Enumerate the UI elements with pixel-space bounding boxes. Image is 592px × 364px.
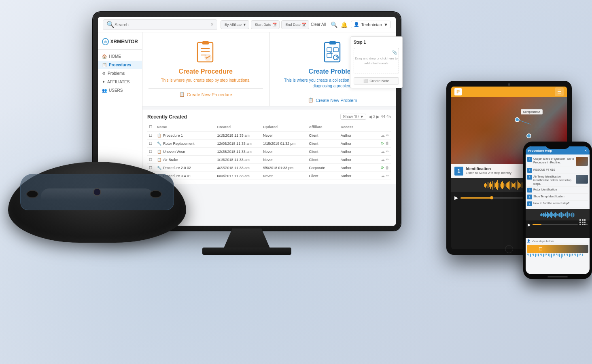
- upload-icon[interactable]: ☁: [381, 133, 385, 138]
- wave-bar: [516, 182, 516, 189]
- phone-step-img: [576, 175, 588, 184]
- table-row: ☐ 🔧 Rotor Replacement 12/06/2018 11:33 a…: [147, 140, 391, 148]
- filter-affiliate[interactable]: By Affiliate ▼: [221, 20, 249, 29]
- phone-step-text: Rotor Identification: [533, 188, 588, 191]
- sidebar-problems-label: Problems: [108, 71, 125, 76]
- upload-icon[interactable]: ☁: [381, 157, 385, 162]
- phone-home-indicator[interactable]: [547, 276, 568, 277]
- edit-icon[interactable]: ✏: [386, 157, 389, 162]
- phone-row: 2 RESCUE PT 010: [527, 167, 588, 174]
- row-access: Author: [339, 157, 371, 163]
- search-icon-top[interactable]: 🔍: [331, 21, 337, 28]
- wave-bar: [495, 183, 496, 187]
- phone-close-icon[interactable]: ✕: [584, 149, 587, 152]
- wave-bar: [509, 181, 510, 190]
- user-avatar-icon: 👤: [354, 22, 359, 27]
- row-updated: Never: [261, 133, 307, 138]
- delete-icon[interactable]: 🗑: [385, 141, 389, 146]
- row-access: Author: [339, 165, 371, 171]
- show-select[interactable]: Show 10 ▼: [340, 114, 366, 120]
- small-wave-bar: [577, 254, 578, 257]
- row-type-icon: 🔧: [157, 142, 161, 146]
- paperclip-icon: 📎: [392, 50, 396, 55]
- step-drop-area[interactable]: 📎 Drag and drop or click here to add att…: [354, 48, 396, 74]
- sidebar-item-home[interactable]: 🏠 HOME: [98, 52, 142, 61]
- row-updated: 1/15/2019 01:32 pm: [261, 141, 307, 146]
- sidebar-users-label: USERS: [109, 88, 123, 93]
- tablet-camera: [508, 83, 510, 86]
- small-wave-bar: [541, 254, 542, 256]
- sidebar-item-affiliates[interactable]: ✦ AFFILIATES: [98, 78, 142, 86]
- monitor-base: [202, 248, 291, 255]
- sidebar-item-users[interactable]: 👥 USERS: [98, 86, 142, 95]
- sidebar-item-problems[interactable]: ⚙ Problems: [98, 69, 142, 78]
- create-note-button[interactable]: ⬜ Create Note: [354, 77, 396, 85]
- phone-grid-icon[interactable]: [579, 219, 586, 225]
- sync-icon[interactable]: ⟳: [381, 141, 384, 146]
- small-wave-bar: [530, 254, 531, 257]
- play-button[interactable]: ▶: [454, 195, 458, 201]
- row-created: 12/28/2018 11:33 am: [216, 149, 261, 154]
- create-problem-label: Create New Problem: [316, 98, 357, 103]
- phone-row: 5 Shoe Temp Identification: [527, 194, 588, 201]
- wave-bar: [522, 182, 522, 188]
- create-problem-button[interactable]: 📋 Create New Problem: [276, 94, 390, 106]
- phone-wave-bar: [563, 214, 564, 216]
- search-input[interactable]: [115, 22, 210, 27]
- row-created: 1/15/2018 11:33 am: [216, 157, 261, 163]
- small-wave-bar: [540, 254, 541, 255]
- small-wave-bar: [575, 254, 576, 256]
- sync-icon[interactable]: ⟳: [381, 165, 384, 170]
- tablet-menu-icon[interactable]: ☰: [555, 87, 564, 96]
- phone-step-num: 5: [527, 195, 532, 199]
- sidebar-item-procedures[interactable]: 📋 Procedures: [98, 61, 142, 69]
- phone-wave-bar: [573, 212, 573, 218]
- clear-all-button[interactable]: Clear All: [311, 22, 326, 27]
- notification-icon[interactable]: 🔔: [341, 21, 348, 28]
- recently-title: Recently Created: [147, 114, 187, 120]
- procedures-icon: 📋: [102, 63, 107, 67]
- small-wave-bar: [566, 254, 567, 255]
- pagination[interactable]: ◀ 3 ▶ 44 45: [369, 114, 391, 119]
- small-wave-bar: [556, 254, 557, 255]
- filter-start-date[interactable]: Start Date 📅: [251, 20, 280, 29]
- progress-dot: [490, 196, 493, 199]
- wave-bar: [497, 180, 498, 190]
- procedure-icon: [193, 40, 218, 65]
- filter-end-date[interactable]: End Date 📅: [281, 20, 309, 29]
- close-icon[interactable]: ✕: [210, 22, 214, 27]
- small-wave-bar: [528, 254, 529, 256]
- note-icon: ⬜: [363, 79, 368, 83]
- phone-wave-bar: [542, 214, 543, 216]
- procedure-panel-title: Create Procedure: [179, 68, 233, 75]
- problem-icon: [320, 40, 345, 65]
- upload-icon[interactable]: ☁: [381, 149, 385, 154]
- phone-row: 4 Rotor Identification: [527, 187, 588, 194]
- phone-play-button[interactable]: ▶: [528, 222, 531, 227]
- row-type-icon: 📋: [157, 150, 161, 154]
- edit-icon[interactable]: ✏: [386, 149, 389, 154]
- small-wave-bar: [546, 254, 547, 255]
- create-procedure-button[interactable]: 📋 Create New Procedure: [149, 88, 263, 100]
- wave-bar: [506, 183, 507, 187]
- phone-wave-bar: [571, 214, 571, 216]
- col-created: Created: [216, 124, 261, 130]
- wave-bar: [499, 183, 499, 188]
- phone-notch: [545, 142, 570, 149]
- user-menu[interactable]: 👤 Technician ▼: [351, 21, 391, 28]
- phone-step-text: Shoe Temp Identification: [533, 195, 588, 198]
- phone-progress-bar[interactable]: [533, 224, 578, 225]
- recently-header: Recently Created Show 10 ▼ ◀ 3 ▶ 44 45: [147, 114, 391, 120]
- search-box[interactable]: 🔍 ✕: [103, 19, 217, 30]
- row-created: 1/15/2019 11:33 am: [216, 133, 261, 138]
- edit-icon[interactable]: ✏: [386, 133, 389, 138]
- wave-bar: [488, 182, 488, 188]
- edit-icon[interactable]: ✏: [386, 174, 389, 178]
- tablet-home-button[interactable]: [505, 245, 513, 253]
- delete-icon[interactable]: 🗑: [385, 165, 389, 170]
- phone-wave-bar: [557, 214, 558, 216]
- upload-icon[interactable]: ☁: [381, 174, 385, 178]
- secondary-progress-dot: [539, 247, 542, 250]
- step-panel-title: Step 1: [354, 40, 396, 44]
- id-number: 1: [454, 167, 463, 176]
